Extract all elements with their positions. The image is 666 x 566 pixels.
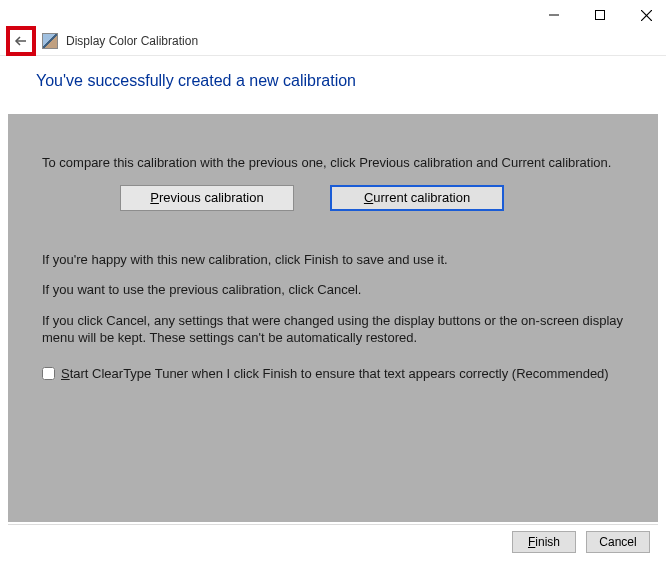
cleartype-checkbox-row: Start ClearType Tuner when I click Finis… bbox=[42, 365, 624, 383]
close-icon bbox=[641, 10, 652, 21]
use-previous-instruction-text: If you want to use the previous calibrat… bbox=[42, 281, 624, 299]
svg-rect-1 bbox=[596, 11, 605, 20]
finish-instruction-text: If you're happy with this new calibratio… bbox=[42, 251, 624, 269]
back-arrow-icon bbox=[14, 34, 28, 48]
footer-bar: Finish Cancel bbox=[8, 524, 658, 558]
minimize-icon bbox=[549, 10, 559, 20]
close-button[interactable] bbox=[632, 1, 660, 29]
calibration-toggle-row: Previous calibration Current calibration bbox=[120, 185, 624, 211]
compare-instruction-text: To compare this calibration with the pre… bbox=[42, 154, 624, 172]
finish-button[interactable]: Finish bbox=[512, 531, 576, 553]
app-icon bbox=[42, 33, 58, 49]
header-bar: Display Color Calibration bbox=[0, 26, 666, 56]
cleartype-checkbox[interactable] bbox=[42, 367, 55, 380]
current-calibration-button[interactable]: Current calibration bbox=[330, 185, 504, 211]
cleartype-checkbox-label[interactable]: Start ClearType Tuner when I click Finis… bbox=[61, 365, 609, 383]
maximize-icon bbox=[595, 10, 605, 20]
maximize-button[interactable] bbox=[586, 1, 614, 29]
content-pane: To compare this calibration with the pre… bbox=[8, 114, 658, 522]
previous-calibration-button[interactable]: Previous calibration bbox=[120, 185, 294, 211]
page-heading: You've successfully created a new calibr… bbox=[0, 56, 666, 104]
cancel-note-text: If you click Cancel, any settings that w… bbox=[42, 312, 624, 347]
window-title: Display Color Calibration bbox=[66, 34, 198, 48]
cancel-button[interactable]: Cancel bbox=[586, 531, 650, 553]
minimize-button[interactable] bbox=[540, 1, 568, 29]
back-button[interactable] bbox=[6, 26, 36, 56]
